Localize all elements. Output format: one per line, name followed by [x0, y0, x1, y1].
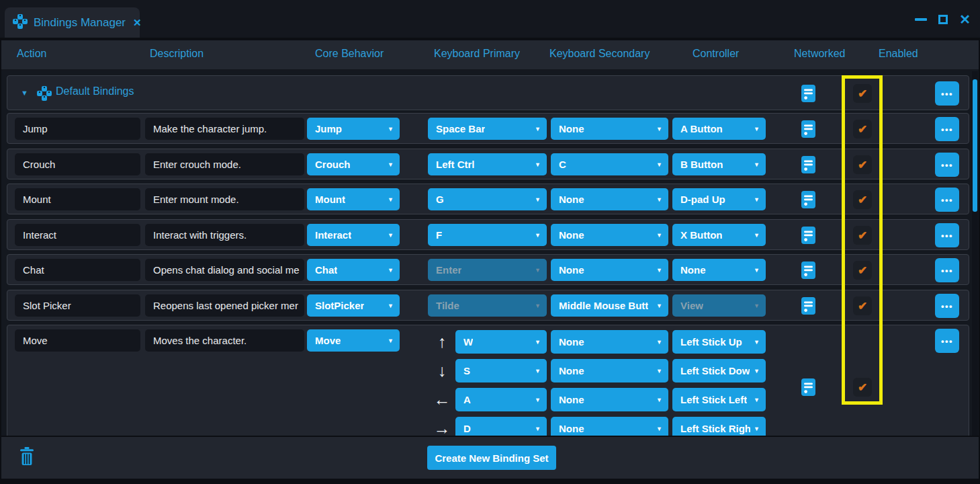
- action-input[interactable]: Interact: [15, 224, 140, 246]
- tab-close-icon[interactable]: ✕: [133, 17, 142, 29]
- more-options-button[interactable]: •••: [935, 153, 959, 177]
- description-input[interactable]: Moves the character.: [145, 329, 304, 352]
- dropdown-value: Enter: [436, 264, 461, 276]
- binding-set-name[interactable]: Default Bindings: [56, 85, 134, 97]
- enabled-checkbox[interactable]: ✔: [853, 120, 872, 138]
- keyboard-primary-dropdown[interactable]: S▼: [455, 359, 547, 382]
- action-input[interactable]: Crouch: [15, 153, 140, 175]
- enabled-checkbox[interactable]: ✔: [853, 155, 872, 174]
- dropdown-value: None: [559, 123, 584, 134]
- scrollbar-track[interactable]: [972, 71, 978, 436]
- keyboard-primary-dropdown[interactable]: G▼: [428, 188, 547, 210]
- controller-dropdown[interactable]: None▼: [672, 259, 766, 281]
- controller-dropdown[interactable]: B Button▼: [672, 153, 766, 175]
- core-behavior-dropdown[interactable]: Jump▼: [307, 118, 400, 140]
- keyboard-primary-dropdown[interactable]: A▼: [455, 388, 547, 411]
- chevron-down-icon: ▼: [754, 339, 760, 346]
- enabled-checkbox[interactable]: ✔: [853, 378, 872, 397]
- description-input[interactable]: Enter crouch mode.: [145, 153, 304, 175]
- arrow-right-icon: →: [431, 417, 453, 436]
- keyboard-secondary-dropdown[interactable]: None▼: [551, 259, 668, 281]
- enabled-checkbox[interactable]: ✔: [853, 190, 872, 209]
- core-behavior-dropdown[interactable]: Interact▼: [307, 224, 400, 246]
- expand-collapse-icon[interactable]: ▼: [21, 89, 28, 97]
- description-input[interactable]: Opens chat dialog and social me: [145, 259, 304, 281]
- keyboard-secondary-dropdown[interactable]: None▼: [551, 417, 668, 436]
- controller-dropdown[interactable]: D-pad Up▼: [672, 188, 766, 210]
- action-input[interactable]: Chat: [15, 259, 140, 281]
- description-input[interactable]: Enter mount mode.: [145, 188, 304, 210]
- more-options-button[interactable]: •••: [935, 223, 959, 247]
- keyboard-secondary-dropdown[interactable]: None▼: [551, 330, 668, 354]
- more-options-button[interactable]: •••: [935, 258, 959, 282]
- keyboard-secondary-dropdown[interactable]: None▼: [551, 118, 668, 140]
- dropdown-value: Interact: [315, 229, 351, 241]
- keyboard-secondary-dropdown[interactable]: None▼: [551, 388, 668, 411]
- keyboard-secondary-dropdown[interactable]: None▼: [551, 359, 668, 382]
- controller-dropdown[interactable]: Left Stick Righ▼: [672, 417, 766, 436]
- enabled-checkbox[interactable]: ✔: [853, 261, 872, 280]
- server-icon[interactable]: [801, 120, 815, 138]
- keyboard-secondary-dropdown[interactable]: None▼: [551, 188, 668, 210]
- keyboard-secondary-dropdown[interactable]: C▼: [551, 153, 668, 175]
- core-behavior-dropdown[interactable]: Crouch▼: [307, 153, 400, 175]
- keyboard-primary-dropdown[interactable]: W▼: [455, 330, 547, 354]
- server-icon[interactable]: [801, 261, 815, 279]
- chevron-down-icon: ▼: [388, 196, 394, 203]
- action-input[interactable]: Jump: [15, 118, 140, 140]
- controller-dropdown[interactable]: Left Stick Dow▼: [672, 359, 766, 382]
- maximize-icon[interactable]: [938, 15, 948, 24]
- dropdown-value: A: [463, 394, 471, 405]
- chevron-down-icon: ▼: [656, 267, 662, 274]
- create-new-binding-set-button[interactable]: Create New Binding Set: [427, 446, 556, 470]
- server-icon[interactable]: [801, 297, 815, 315]
- dropdown-value: X Button: [680, 229, 722, 241]
- chevron-down-icon: ▼: [754, 161, 760, 168]
- core-behavior-dropdown[interactable]: Mount▼: [307, 188, 400, 210]
- core-behavior-dropdown[interactable]: Move▼: [307, 329, 400, 352]
- tab-bindings-manager[interactable]: Bindings Manager ✕: [5, 7, 140, 38]
- close-icon[interactable]: ✕: [959, 13, 971, 26]
- more-options-button[interactable]: •••: [935, 81, 959, 106]
- core-behavior-dropdown[interactable]: SlotPicker▼: [307, 294, 400, 317]
- keyboard-primary-dropdown[interactable]: Left Ctrl▼: [428, 153, 547, 175]
- server-icon[interactable]: [801, 378, 815, 396]
- description-input[interactable]: Make the character jump.: [145, 118, 304, 140]
- dropdown-value: S: [463, 365, 470, 376]
- bindings-icon: [13, 14, 28, 32]
- server-icon[interactable]: [801, 227, 815, 244]
- enabled-checkbox[interactable]: ✔: [853, 226, 872, 245]
- dropdown-value: Mount: [315, 194, 345, 205]
- server-icon[interactable]: [801, 191, 815, 208]
- controller-dropdown[interactable]: Left Stick Up▼: [672, 330, 766, 354]
- trash-icon[interactable]: [20, 447, 34, 469]
- keyboard-primary-dropdown[interactable]: D▼: [455, 417, 547, 436]
- keyboard-primary-dropdown[interactable]: F▼: [428, 224, 547, 246]
- keyboard-primary-dropdown[interactable]: Space Bar▼: [428, 118, 547, 140]
- chevron-down-icon: ▼: [754, 232, 760, 239]
- more-options-button[interactable]: •••: [935, 294, 959, 318]
- keyboard-secondary-dropdown[interactable]: Middle Mouse Butt▼: [551, 294, 668, 317]
- controller-dropdown[interactable]: Left Stick Left▼: [672, 388, 766, 411]
- controller-dropdown[interactable]: X Button▼: [672, 224, 766, 246]
- chevron-down-icon: ▼: [388, 302, 394, 309]
- more-options-button[interactable]: •••: [935, 329, 959, 353]
- scrollbar-thumb[interactable]: [973, 79, 977, 212]
- enabled-checkbox[interactable]: ✔: [853, 84, 872, 103]
- action-input[interactable]: Mount: [15, 188, 140, 210]
- controller-dropdown[interactable]: A Button▼: [672, 118, 766, 140]
- more-options-button[interactable]: •••: [935, 117, 959, 141]
- server-icon[interactable]: [801, 156, 815, 173]
- description-input[interactable]: Interact with triggers.: [145, 224, 304, 246]
- description-input[interactable]: Reopens last opened picker mer: [145, 294, 304, 317]
- keyboard-secondary-dropdown[interactable]: None▼: [551, 224, 668, 246]
- chevron-down-icon: ▼: [754, 267, 760, 274]
- core-behavior-dropdown[interactable]: Chat▼: [307, 259, 400, 281]
- enabled-checkbox[interactable]: ✔: [853, 296, 872, 315]
- action-input[interactable]: Move: [15, 329, 140, 352]
- more-options-button[interactable]: •••: [935, 188, 959, 212]
- dropdown-value: None: [559, 336, 584, 348]
- action-input[interactable]: Slot Picker: [15, 294, 140, 317]
- minimize-icon[interactable]: [915, 18, 927, 21]
- server-icon[interactable]: [801, 85, 815, 102]
